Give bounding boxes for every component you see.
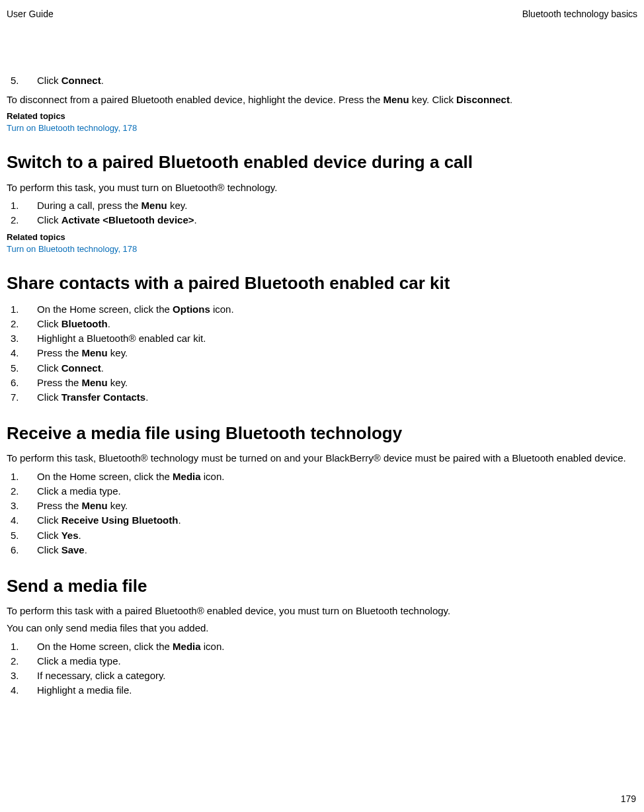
header-right: Bluetooth technology basics (522, 8, 637, 20)
send-intro1: To perform this task with a paired Bluet… (7, 604, 637, 618)
share-step-3: Highlight a Bluetooth® enabled car kit. (7, 331, 637, 346)
share-step-5: Click Connect. (7, 361, 637, 376)
send-step-3: If necessary, click a category. (7, 669, 637, 683)
step-5: Click Connect. (7, 73, 637, 88)
related-link-bluetooth-178[interactable]: Turn on Bluetooth technology, 178 (7, 243, 637, 255)
share-section-title: Share contacts with a paired Bluetooth e… (7, 272, 637, 295)
continued-steps-list: Click Connect. (7, 73, 637, 88)
send-step-2: Click a media type. (7, 654, 637, 669)
header-left: User Guide (7, 8, 54, 20)
share-step-7: Click Transfer Contacts. (7, 390, 637, 405)
receive-step-1: On the Home screen, click the Media icon… (7, 469, 637, 484)
related-heading: Related topics (7, 110, 637, 122)
send-step-4: Highlight a media file. (7, 683, 637, 698)
receive-intro: To perform this task, Bluetooth® technol… (7, 452, 637, 465)
share-step-2: Click Bluetooth. (7, 317, 637, 331)
switch-step-2: Click Activate <Bluetooth device>. (7, 213, 637, 227)
send-step-1: On the Home screen, click the Media icon… (7, 639, 637, 654)
related-topics-2: Related topics Turn on Bluetooth technol… (7, 231, 637, 255)
send-steps: On the Home screen, click the Media icon… (7, 639, 637, 698)
send-section-title: Send a media file (7, 575, 637, 598)
related-topics-1: Related topics Turn on Bluetooth technol… (7, 110, 637, 134)
receive-step-6: Click Save. (7, 543, 637, 557)
send-intro2: You can only send media files that you a… (7, 622, 637, 635)
receive-steps: On the Home screen, click the Media icon… (7, 469, 637, 558)
share-step-4: Press the Menu key. (7, 346, 637, 360)
switch-step-1: During a call, press the Menu key. (7, 198, 637, 213)
related-link-bluetooth-178[interactable]: Turn on Bluetooth technology, 178 (7, 122, 637, 134)
related-heading: Related topics (7, 231, 637, 243)
receive-step-3: Press the Menu key. (7, 499, 637, 513)
switch-intro: To perform this task, you must turn on B… (7, 181, 637, 194)
receive-section-title: Receive a media file using Bluetooth tec… (7, 422, 637, 445)
receive-step-2: Click a media type. (7, 484, 637, 499)
switch-section-title: Switch to a paired Bluetooth enabled dev… (7, 151, 637, 174)
switch-steps: During a call, press the Menu key. Click… (7, 198, 637, 228)
receive-step-4: Click Receive Using Bluetooth. (7, 513, 637, 528)
share-step-1: On the Home screen, click the Options ic… (7, 302, 637, 317)
share-steps: On the Home screen, click the Options ic… (7, 302, 637, 405)
disconnect-note: To disconnect from a paired Bluetooth en… (7, 93, 637, 106)
receive-step-5: Click Yes. (7, 528, 637, 543)
share-step-6: Press the Menu key. (7, 376, 637, 390)
page-header: User Guide Bluetooth technology basics (7, 8, 637, 20)
page-number: 179 (621, 793, 636, 805)
